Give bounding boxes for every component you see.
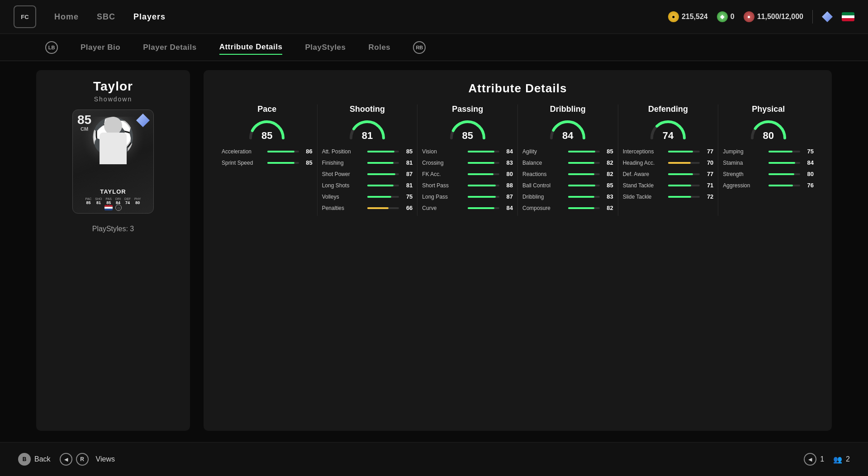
stat-bar-1: [568, 162, 594, 164]
sp-value: 11,500/12,000: [757, 13, 803, 21]
stat-label-5: Composure: [522, 205, 564, 211]
card-stat-def-label: DEF: [124, 197, 131, 200]
stat-label-2: FK Acc.: [422, 171, 463, 177]
stat-bar-1: [668, 162, 690, 164]
card-stats-row: PAC 85 SHO 81 PAS 85 DRI 84 DEF 74: [85, 197, 141, 205]
stat-label-0: Att. Position: [322, 148, 363, 155]
card-stat-phy: PHY 80: [134, 197, 141, 205]
main-content: Taylor Showdown 85 CM ⚽ Taylor PAC 85: [0, 61, 868, 440]
stat-value-1: 81: [403, 159, 413, 166]
stat-row-shooting-0: Att. Position85: [322, 148, 413, 155]
back-button[interactable]: B Back: [18, 453, 51, 466]
stat-value-4: 72: [704, 193, 713, 200]
flag-icon: [842, 12, 854, 21]
card-stat-dri-label: DRI: [115, 197, 121, 200]
pts-icon: ◆: [717, 11, 728, 22]
card-stat-def-val: 74: [124, 200, 131, 205]
back-label: Back: [34, 455, 51, 463]
currency-coins: ● 215,524: [668, 11, 708, 22]
stat-value-0: 85: [604, 148, 613, 155]
stat-value-2: 82: [604, 171, 613, 177]
tab-roles[interactable]: Roles: [369, 41, 391, 54]
stat-bar-0: [367, 151, 394, 152]
stat-bar-5: [468, 207, 494, 209]
stat-label-1: Stamina: [723, 160, 764, 166]
stat-bar-container-1: [768, 162, 800, 164]
stat-row-defending-4: Slide Tackle72: [623, 193, 714, 200]
stat-label-1: Finishing: [322, 160, 363, 166]
nav-sbc[interactable]: SBC: [97, 12, 115, 22]
bottom-right: ◀ 1 👥 2: [804, 453, 850, 466]
stat-bar-3: [668, 185, 691, 186]
stat-row-dribbling-0: Agility85: [522, 148, 613, 155]
nav-divider: [812, 10, 813, 24]
stat-value-1: 82: [604, 159, 613, 166]
stat-bar-container-5: [568, 207, 600, 209]
stat-row-shooting-4: Volleys75: [322, 193, 413, 200]
stat-value-0: 77: [704, 148, 713, 155]
stat-label-3: Ball Control: [522, 182, 564, 189]
views-label: Views: [96, 455, 115, 463]
card-stat-dri: DRI 84: [115, 197, 121, 205]
stat-bar-container-0: [668, 151, 700, 152]
stat-bar-2: [468, 173, 493, 175]
views-indicator: 👥 2: [833, 455, 850, 464]
stat-bar-container-0: [768, 151, 800, 152]
stat-label-5: Curve: [422, 205, 463, 211]
coins-value: 215,524: [682, 13, 708, 21]
card-stat-pac: PAC 85: [85, 197, 91, 205]
bottom-bar: B Back ◀ R Views ◀ 1 👥 2: [0, 442, 868, 476]
stat-bar-container-4: [468, 196, 499, 198]
attr-col-header-3: Dribbling: [550, 105, 586, 114]
stat-bar-0: [768, 151, 792, 152]
tab-attribute-details[interactable]: Attribute Details: [219, 40, 283, 55]
tab-rb-button[interactable]: RB: [413, 41, 426, 54]
stat-label-2: Shot Power: [322, 171, 363, 177]
stat-bar-container-5: [367, 207, 399, 209]
stat-value-3: 71: [704, 182, 713, 189]
page-arrow-left[interactable]: ◀: [804, 453, 816, 466]
tab-lb-button[interactable]: LB: [45, 41, 58, 54]
arrow-left-icon: ◀: [60, 453, 72, 466]
nav-players[interactable]: Players: [133, 12, 166, 22]
stat-bar-container-3: [468, 185, 499, 186]
stat-row-passing-2: FK Acc.80: [422, 171, 513, 177]
stat-bar-container-2: [768, 173, 800, 175]
stat-row-shooting-3: Long Shots81: [322, 182, 413, 189]
stat-value-0: 84: [504, 148, 513, 155]
tab-playstyles[interactable]: PlayStyles: [305, 41, 346, 54]
tab-player-details[interactable]: Player Details: [143, 41, 197, 54]
views-number: 2: [846, 455, 850, 463]
stat-row-pace-0: Acceleration86: [222, 148, 313, 155]
attr-col-passing: Passing 85Vision84Crossing83FK Acc.80Sho…: [417, 105, 518, 216]
stat-label-5: Penalties: [322, 205, 363, 211]
stat-value-5: 84: [504, 205, 513, 211]
stat-label-4: Volleys: [322, 194, 363, 200]
views-button[interactable]: ◀ R Views: [60, 453, 115, 466]
arrow-left[interactable]: ◀: [60, 453, 72, 466]
card-stat-pas: PAS 85: [106, 197, 112, 205]
stat-bar-container-4: [668, 196, 700, 198]
stat-value-2: 87: [403, 171, 413, 177]
stat-label-4: Dribbling: [522, 194, 564, 200]
stat-bar-1: [468, 162, 494, 164]
stat-row-physical-3: Aggression76: [723, 182, 814, 189]
stat-label-3: Stand Tackle: [623, 182, 664, 189]
playstyles-text: PlayStyles: 3: [92, 225, 134, 233]
stat-bar-1: [768, 162, 795, 164]
stat-value-0: 75: [805, 148, 814, 155]
card-stat-phy-label: PHY: [134, 197, 141, 200]
stat-bar-0: [267, 151, 295, 152]
stat-value-5: 82: [604, 205, 613, 211]
player-panel: Taylor Showdown 85 CM ⚽ Taylor PAC 85: [36, 70, 190, 431]
attr-col-header-2: Passing: [452, 105, 483, 114]
stat-row-dribbling-1: Balance82: [522, 159, 613, 166]
nav-home[interactable]: Home: [54, 12, 79, 22]
stat-value-3: 85: [604, 182, 613, 189]
tab-player-bio[interactable]: Player Bio: [81, 41, 120, 54]
stat-bar-container-3: [768, 185, 800, 186]
stat-label-0: Acceleration: [222, 148, 263, 155]
stat-label-3: Aggression: [723, 182, 764, 189]
stat-value-5: 66: [403, 205, 413, 211]
stat-value-2: 80: [504, 171, 513, 177]
